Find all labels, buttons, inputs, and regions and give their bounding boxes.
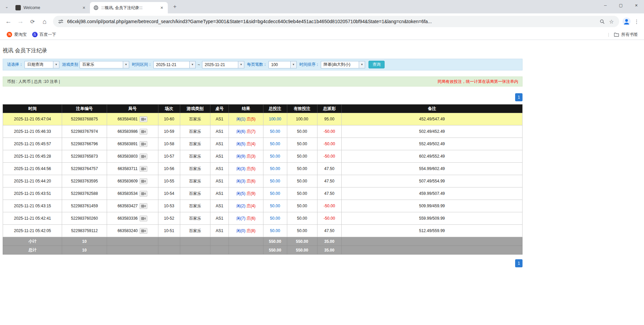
video-replay-icon[interactable]: [140, 129, 147, 134]
maximize-button[interactable]: ▢: [613, 0, 629, 11]
video-replay-icon[interactable]: [140, 191, 147, 197]
table-row: 2025-11-21 05:42:41522983760260663583336…: [3, 212, 523, 225]
video-replay-icon[interactable]: [140, 216, 147, 221]
all-bookmarks-button[interactable]: 所有书签: [612, 31, 640, 39]
tab-betrecord[interactable]: :::视讯, 会员下注纪录::: ✕: [90, 2, 168, 13]
date-to-input[interactable]: 2025-11-21 ▼: [202, 61, 244, 68]
tab-close-icon[interactable]: ✕: [81, 5, 87, 10]
refresh-icon[interactable]: ⟳: [27, 16, 38, 27]
game-type-select[interactable]: 百家乐 ▼: [80, 61, 129, 68]
sum-payout: 35.00: [317, 237, 342, 246]
result-player: 闲(5): [237, 142, 246, 146]
sum-empty: [107, 237, 158, 246]
cell-valid-bet: 100.00: [287, 113, 317, 125]
bookmark-label: 爱淘宝: [14, 32, 27, 38]
chevron-down-icon[interactable]: ▼: [123, 61, 129, 68]
query-type-select[interactable]: 日期查询 ▼: [24, 61, 59, 68]
sum-empty: [158, 246, 180, 255]
round-number: 663583891: [117, 141, 138, 146]
page-title: 视讯 会员下注纪录: [3, 40, 644, 54]
url-omnibox[interactable]: 66cxkj98.com/ipl/portal.php/game/betreco…: [53, 16, 619, 27]
tab-welcome[interactable]: Welcome ✕: [12, 2, 90, 13]
window-close-button[interactable]: ✕: [629, 0, 644, 11]
result-player: 闲(2): [237, 204, 246, 208]
result-banker: 庄(4): [247, 142, 256, 146]
cell-round: 663583803: [107, 150, 158, 163]
cell-valid-bet: 50.00: [287, 225, 317, 237]
cell-game-type: 百家乐: [180, 150, 210, 163]
total-bet-link[interactable]: 50.00: [270, 191, 280, 196]
cell-round: 663584081: [107, 113, 158, 125]
pagination-top: 1: [3, 93, 523, 101]
zoom-icon[interactable]: [598, 18, 606, 25]
total-bet-link[interactable]: 50.00: [270, 166, 280, 171]
cell-note: 552.49/502.49: [342, 138, 523, 150]
address-bar: ← → ⟳ ⌂ 66cxkj98.com/ipl/portal.php/game…: [0, 13, 644, 30]
site-info-icon[interactable]: [57, 18, 64, 25]
bookmark-aitaobao[interactable]: 淘 爱淘宝: [4, 31, 30, 39]
page-1-button[interactable]: 1: [515, 259, 523, 267]
total-bet-link[interactable]: 50.00: [270, 129, 280, 134]
page-1-button[interactable]: 1: [515, 93, 523, 101]
sort-select[interactable]: 降幂(由大到小) ▼: [321, 61, 365, 68]
cell-table-no: AS1: [210, 138, 229, 150]
date-from-value: 2025-11-21: [154, 61, 189, 68]
cell-table-no: AS1: [210, 175, 229, 187]
chrome-menu-icon[interactable]: ⋮: [632, 17, 641, 26]
back-icon[interactable]: ←: [3, 16, 14, 27]
new-tab-button[interactable]: +: [170, 2, 179, 11]
chevron-down-icon[interactable]: ▼: [53, 61, 59, 68]
cell-payout: -50.00: [317, 138, 342, 150]
url-text[interactable]: 66cxkj98.com/ipl/portal.php/game/betreco…: [67, 19, 598, 24]
cell-note: 507.49/554.99: [342, 175, 523, 187]
cell-bet-id: 522983762588: [62, 187, 107, 200]
sum-total-bet: 550.00: [263, 246, 287, 255]
sum-empty: [229, 246, 263, 255]
profile-avatar[interactable]: [622, 17, 631, 26]
video-replay-icon[interactable]: [140, 141, 147, 147]
total-bet-link[interactable]: 100.00: [269, 117, 281, 121]
home-icon[interactable]: ⌂: [39, 16, 50, 27]
sum-empty: [210, 237, 229, 246]
page-body: 视讯 会员下注纪录 请选择： 日期查询 ▼ 游戏类别 百家乐 ▼ 时间区间： 2…: [0, 40, 644, 325]
total-bet-link[interactable]: 50.00: [270, 154, 280, 159]
round-number: 663583803: [117, 154, 138, 158]
cell-table-no: AS1: [210, 212, 229, 225]
select-type-label: 请选择：: [7, 62, 23, 67]
per-page-select[interactable]: 100 ▼: [268, 61, 297, 68]
chevron-down-icon[interactable]: ▼: [290, 61, 296, 68]
total-bet-link[interactable]: 50.00: [270, 228, 280, 233]
video-replay-icon[interactable]: [140, 116, 147, 122]
chevron-down-icon[interactable]: ▼: [359, 61, 365, 68]
chevron-down-icon[interactable]: ▼: [238, 61, 244, 68]
table-row: 2025-11-21 05:44:56522983764757663583711…: [3, 163, 523, 175]
total-bet-link[interactable]: 50.00: [270, 216, 280, 221]
date-from-input[interactable]: 2025-11-21 ▼: [153, 61, 196, 68]
cell-table-no: AS1: [210, 125, 229, 138]
tab-close-icon[interactable]: ✕: [159, 5, 164, 10]
result-banker: 庄(5): [247, 166, 256, 171]
video-replay-icon[interactable]: [140, 166, 147, 172]
cell-session: 10-60: [158, 113, 180, 125]
tab-search-chevron-icon[interactable]: ⌄: [3, 3, 11, 11]
query-button[interactable]: 查询: [368, 61, 385, 68]
query-type-value: 日期查询: [25, 61, 53, 68]
total-bet-link[interactable]: 50.00: [270, 179, 280, 183]
bookmark-baidu[interactable]: 百 百度一下: [30, 31, 59, 39]
video-replay-icon[interactable]: [140, 178, 147, 184]
video-replay-icon[interactable]: [140, 203, 147, 209]
total-bet-link[interactable]: 50.00: [270, 204, 280, 208]
forward-icon[interactable]: →: [15, 16, 26, 27]
cell-table-no: AS1: [210, 187, 229, 200]
chevron-down-icon[interactable]: ▼: [189, 61, 195, 68]
bookmark-star-icon[interactable]: ☆: [608, 18, 615, 25]
video-replay-icon[interactable]: [140, 154, 147, 159]
video-replay-icon[interactable]: [140, 228, 147, 234]
cell-time: 2025-11-21 05:42:05: [3, 225, 62, 237]
cell-payout: 95.00: [317, 113, 342, 125]
baidu-icon: 百: [32, 32, 38, 37]
cell-time: 2025-11-21 05:44:56: [3, 163, 62, 175]
minimize-button[interactable]: ─: [598, 0, 613, 11]
total-bet-link[interactable]: 50.00: [270, 142, 280, 146]
round-number: 663583609: [117, 178, 138, 183]
